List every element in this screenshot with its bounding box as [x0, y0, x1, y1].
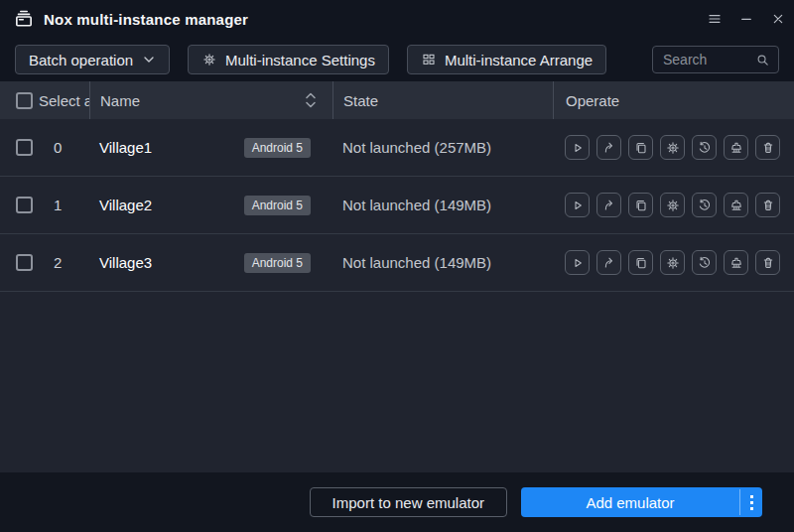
import-to-new-emulator-button[interactable]: Import to new emulator [310, 487, 507, 517]
settings-icon[interactable] [660, 250, 685, 275]
delete-icon[interactable] [755, 250, 780, 275]
cleanup-icon[interactable] [724, 250, 748, 275]
table-row[interactable]: 1 Village2 Android 5 Not launched (149MB… [0, 177, 794, 234]
instance-state: Not launched (257MB) [342, 139, 491, 156]
multi-instance-settings-button[interactable]: Multi-instance Settings [188, 45, 389, 74]
instance-list: 0 Village1 Android 5 Not launched (257MB… [0, 119, 794, 472]
footer-bar: Import to new emulator Add emulator [0, 472, 794, 532]
clone-icon[interactable] [628, 135, 653, 160]
search-icon[interactable] [755, 53, 770, 67]
delete-icon[interactable] [755, 135, 780, 160]
row-checkbox[interactable] [16, 197, 33, 213]
row-checkbox[interactable] [16, 254, 33, 271]
menu-icon[interactable] [699, 0, 730, 38]
toolbar: Batch operation Multi-instance Settings … [0, 38, 794, 81]
nox-multi-instance-manager-window: Nox multi-instance manager Batch operati… [0, 0, 794, 532]
start-icon[interactable] [565, 250, 590, 275]
instance-name: Village3 [99, 254, 152, 271]
row-checkbox[interactable] [16, 139, 33, 156]
add-emulator-label: Add emulator [521, 487, 739, 517]
add-emulator-button[interactable]: Add emulator [521, 487, 762, 517]
table-row[interactable]: 0 Village1 Android 5 Not launched (257MB… [0, 119, 794, 177]
shortcut-icon[interactable] [596, 135, 621, 160]
operate-buttons [565, 250, 780, 275]
android-version-badge: Android 5 [244, 253, 311, 273]
instance-name: Village1 [99, 139, 152, 156]
operate-buttons [565, 135, 780, 160]
android-version-badge: Android 5 [244, 138, 311, 158]
row-index: 1 [54, 197, 62, 213]
batch-operation-label: Batch operation [29, 52, 133, 68]
app-drawer-icon [13, 8, 35, 30]
minimize-icon[interactable] [730, 0, 762, 38]
chevron-down-icon [141, 52, 157, 67]
cleanup-icon[interactable] [724, 193, 748, 217]
select-all-label: Select all [39, 92, 89, 109]
multi-instance-arrange-label: Multi-instance Arrange [445, 52, 593, 68]
multi-instance-arrange-button[interactable]: Multi-instance Arrange [407, 45, 606, 74]
select-all-checkbox[interactable] [16, 92, 33, 109]
start-icon[interactable] [565, 193, 590, 217]
search-input[interactable] [663, 52, 755, 67]
instance-state: Not launched (149MB) [342, 197, 491, 213]
operate-buttons [565, 193, 780, 217]
backup-icon[interactable] [692, 135, 717, 160]
shortcut-icon[interactable] [596, 193, 621, 217]
settings-icon[interactable] [660, 193, 685, 217]
window-title: Nox multi-instance manager [44, 11, 248, 28]
shortcut-icon[interactable] [596, 250, 621, 275]
row-index: 0 [54, 139, 62, 156]
instance-name: Village2 [99, 197, 152, 213]
grid-icon [421, 52, 437, 67]
sort-icon[interactable] [303, 90, 319, 110]
backup-icon[interactable] [692, 250, 717, 275]
window-controls [699, 0, 794, 38]
backup-icon[interactable] [692, 193, 717, 217]
settings-icon[interactable] [660, 135, 685, 160]
cleanup-icon[interactable] [724, 135, 748, 160]
title-bar: Nox multi-instance manager [0, 0, 794, 38]
android-version-badge: Android 5 [244, 196, 311, 215]
column-header-operate: Operate [566, 92, 619, 109]
table-row[interactable]: 2 Village3 Android 5 Not launched (149MB… [0, 234, 794, 292]
search-box [652, 46, 779, 73]
more-options-icon[interactable] [740, 487, 762, 517]
clone-icon[interactable] [628, 250, 653, 275]
close-icon[interactable] [762, 0, 794, 38]
gear-icon [201, 52, 217, 67]
instance-state: Not launched (149MB) [342, 254, 491, 271]
start-icon[interactable] [565, 135, 590, 160]
column-header-name: Name [100, 92, 140, 109]
table-header: Select all Name State Operate [0, 81, 794, 119]
clone-icon[interactable] [628, 193, 653, 217]
multi-instance-settings-label: Multi-instance Settings [225, 52, 375, 68]
column-header-state: State [343, 92, 378, 109]
batch-operation-dropdown[interactable]: Batch operation [15, 45, 170, 74]
row-index: 2 [54, 254, 62, 271]
delete-icon[interactable] [755, 193, 780, 217]
